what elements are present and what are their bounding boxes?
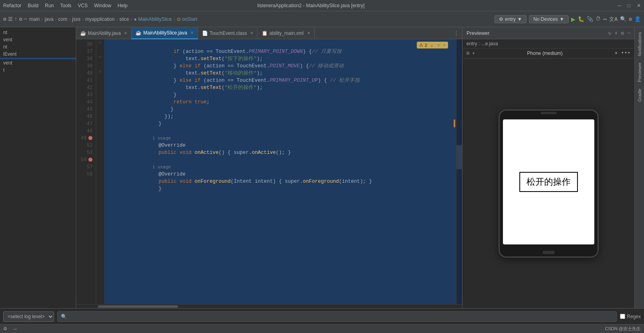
editor-area: ☕ MainAbility.java ✕ ☕ MainAbilitySlice.… [76, 27, 462, 308]
phone-notch [500, 111, 598, 115]
preview-action-icons: ☀ ••• [615, 50, 630, 57]
tabs-more-icon[interactable]: ⋮ [450, 30, 462, 36]
toolbar-icon-settings: ⚙ [19, 16, 22, 22]
menu-item-refactor[interactable]: Refactor [3, 3, 21, 8]
minimize-icon[interactable]: ─ [618, 3, 621, 8]
no-devices-dropdown[interactable]: No Devices ▼ [529, 15, 569, 23]
sidebar-item-2[interactable]: vent [0, 36, 76, 43]
maximize-icon[interactable]: □ [628, 3, 630, 8]
warning-up[interactable]: ▲ [430, 43, 434, 48]
gutter: ▽ ▽ ▽ [96, 39, 104, 304]
menu-item-vcs[interactable]: VCS [78, 3, 88, 8]
status-gear-icon[interactable]: ⚙ [3, 326, 7, 331]
bc-main[interactable]: main [29, 16, 40, 22]
search-icon[interactable]: 🔍 [620, 16, 626, 22]
bc-class[interactable]: ● MainAbilitySlice [134, 16, 172, 22]
tab-icon-xml: 📋 [262, 30, 268, 36]
tab-icon-java2: ☕ [135, 30, 141, 36]
warning-icon: ⚠ [419, 42, 423, 48]
translate-icon[interactable]: 文A [609, 16, 618, 23]
left-sidebar: nt vent nt lEvent vent t [0, 27, 76, 308]
sidebar-item-1[interactable]: nt [0, 29, 76, 36]
log-search-input[interactable] [69, 314, 613, 319]
previewer-download-icon[interactable]: ⬇ [615, 30, 618, 36]
warning-menu[interactable]: ▾ [443, 42, 446, 48]
search-icon: 🔍 [61, 314, 67, 319]
chevron-down-icon[interactable]: ▾ [472, 50, 475, 57]
sidebar-item-3[interactable]: nt [0, 43, 76, 50]
minimap-handle[interactable] [456, 145, 462, 169]
entry-icon: ⚙ [499, 16, 503, 22]
code-line-48-usage: 1 usage [107, 127, 453, 135]
bc-slice[interactable]: slice [119, 16, 129, 22]
sidebar-item-7[interactable]: t [0, 67, 76, 74]
menu-item-run[interactable]: Run [45, 3, 54, 8]
status-bar: ⚙ ─ CSDN @吉士先生 [0, 324, 644, 333]
code-content[interactable]: ⚠ 2 ▲ ▼ ▾ if (action == TouchEvent.PRIMA… [104, 39, 456, 304]
sidebar-item-6[interactable]: vent [0, 59, 76, 67]
settings-icon[interactable]: ⚙ [629, 16, 632, 22]
close-tab-mainabilityslice[interactable]: ✕ [190, 30, 194, 35]
phone-frame: 松开的操作 [499, 109, 599, 258]
log-bar: <select log level> 🔍 Regex [0, 308, 644, 324]
regex-checkbox-area: Regex [620, 314, 641, 319]
more-options-icon[interactable]: ••• [621, 50, 630, 57]
menu-item-tools[interactable]: Tools [60, 3, 71, 8]
sidebar-items: nt vent nt lEvent vent t [0, 27, 76, 75]
regex-checkbox[interactable] [620, 314, 625, 319]
more-icon[interactable]: ⋯ [603, 15, 607, 23]
minimap[interactable] [456, 39, 462, 304]
code-editor[interactable]: 36 37 38 39 40 41 42 43 44 45 46 47 48 4… [76, 39, 462, 304]
bc-java[interactable]: java [44, 16, 53, 22]
h-scroll-thumb[interactable] [98, 305, 178, 308]
profile-icon[interactable]: ⏱ [596, 16, 601, 22]
previewer-settings-icon[interactable]: ⚙ [621, 30, 624, 36]
line-numbers: 36 37 38 39 40 41 42 43 44 45 46 47 48 4… [76, 39, 96, 304]
light-mode-icon[interactable]: ☀ [615, 50, 618, 57]
breadcrumb: main › java › com › jsxs › myapplication… [29, 16, 197, 22]
log-search-area: 🔍 [57, 311, 617, 322]
previewer-panel: Previewer ↻ ⬇ ⚙ ─ entry : ...e.java ⊞ ▾ … [462, 27, 634, 308]
attach-icon[interactable]: 📎 [587, 16, 593, 22]
debug-icon[interactable]: 🐛 [578, 16, 584, 22]
tab-touchevent[interactable]: 📄 TouchEvent.class ✕ [198, 27, 258, 39]
close-tab-abilitymain[interactable]: ✕ [307, 31, 310, 35]
tab-abilitymain[interactable]: 📋 ability_main.xml ✕ [258, 27, 314, 39]
toolbar-left: ⚙ ☰ ↑ ⚙ ─ [3, 16, 27, 22]
close-icon[interactable]: ✕ [637, 3, 641, 8]
toolbar-icon-up: ↑ [14, 16, 18, 22]
side-tab-previewer[interactable]: Previewer [636, 59, 644, 85]
run-button[interactable]: ▶ [571, 15, 575, 24]
menu-item-window[interactable]: Window [94, 3, 111, 8]
menu-item-build[interactable]: Build [28, 3, 38, 8]
chevron-down-icon: ▼ [559, 16, 564, 22]
log-level-select[interactable]: <select log level> [3, 311, 54, 322]
bc-com[interactable]: com [58, 16, 67, 22]
bc-method[interactable]: ⊙ onStart [177, 16, 198, 22]
right-side-tabs: Notifications Previewer Gradle [634, 27, 644, 308]
entry-dropdown[interactable]: ⚙ entry ▼ [495, 15, 527, 23]
grid-view-icon[interactable]: ⊞ [466, 50, 470, 57]
status-right: CSDN @吉士先生 [605, 326, 641, 332]
menu-item-help[interactable]: Help [117, 3, 127, 8]
previewer-minimize-icon[interactable]: ─ [627, 30, 630, 36]
tab-mainabilityslice[interactable]: ☕ MainAbilitySlice.java ✕ [131, 27, 198, 39]
warning-down[interactable]: ▼ [436, 43, 441, 48]
user-icon[interactable]: 👤 [634, 16, 641, 22]
bc-jsxs[interactable]: jsxs [72, 16, 81, 22]
bc-myapp[interactable]: myapplication [85, 16, 115, 22]
status-csdn-label: CSDN @吉士先生 [605, 326, 641, 332]
sidebar-item-4[interactable]: lEvent [0, 50, 76, 58]
close-tab-touchevent[interactable]: ✕ [250, 31, 253, 35]
horizontal-scrollbar[interactable] [76, 304, 462, 308]
scroll-indicator-1 [454, 119, 455, 127]
regex-label: Regex [627, 314, 641, 319]
device-label: Phone (medium) [478, 50, 612, 57]
chevron-down-icon: ▼ [517, 16, 522, 22]
side-tab-notifications[interactable]: Notifications [636, 29, 644, 59]
previewer-refresh-icon[interactable]: ↻ [608, 30, 612, 36]
status-minimize-icon[interactable]: ─ [14, 327, 17, 331]
side-tab-gradle[interactable]: Gradle [636, 85, 644, 105]
close-tab-mainability[interactable]: ✕ [124, 31, 127, 35]
tab-mainability[interactable]: ☕ MainAbility.java ✕ [76, 27, 131, 39]
